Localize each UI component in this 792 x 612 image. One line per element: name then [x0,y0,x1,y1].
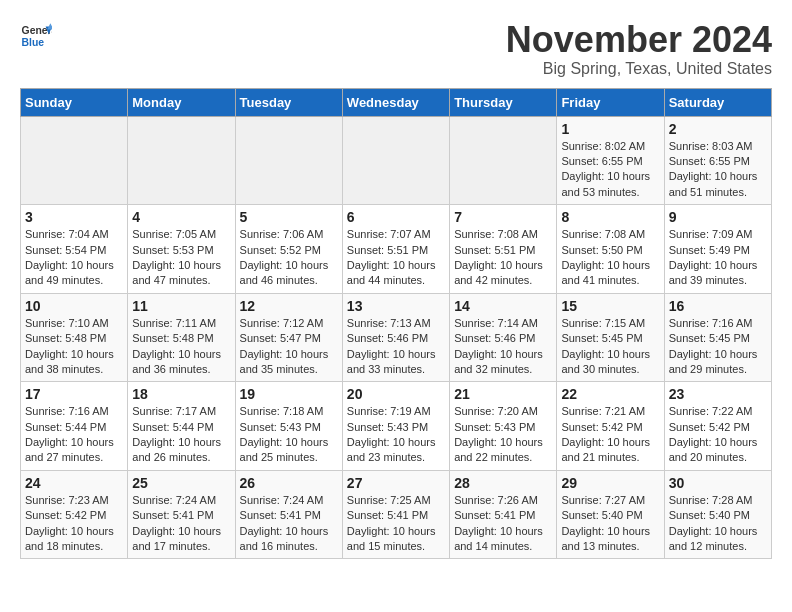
day-info: Sunrise: 7:20 AM Sunset: 5:43 PM Dayligh… [454,404,552,466]
calendar-cell: 6Sunrise: 7:07 AM Sunset: 5:51 PM Daylig… [342,205,449,294]
day-info: Sunrise: 7:15 AM Sunset: 5:45 PM Dayligh… [561,316,659,378]
day-info: Sunrise: 7:08 AM Sunset: 5:51 PM Dayligh… [454,227,552,289]
day-number: 24 [25,475,123,491]
day-info: Sunrise: 7:21 AM Sunset: 5:42 PM Dayligh… [561,404,659,466]
calendar-week-0: 1Sunrise: 8:02 AM Sunset: 6:55 PM Daylig… [21,116,772,205]
day-info: Sunrise: 7:04 AM Sunset: 5:54 PM Dayligh… [25,227,123,289]
location: Big Spring, Texas, United States [506,60,772,78]
header-row: SundayMondayTuesdayWednesdayThursdayFrid… [21,88,772,116]
calendar-cell [342,116,449,205]
day-info: Sunrise: 7:17 AM Sunset: 5:44 PM Dayligh… [132,404,230,466]
day-number: 14 [454,298,552,314]
calendar-cell: 30Sunrise: 7:28 AM Sunset: 5:40 PM Dayli… [664,470,771,559]
day-info: Sunrise: 7:24 AM Sunset: 5:41 PM Dayligh… [240,493,338,555]
day-number: 2 [669,121,767,137]
day-info: Sunrise: 7:13 AM Sunset: 5:46 PM Dayligh… [347,316,445,378]
day-info: Sunrise: 7:18 AM Sunset: 5:43 PM Dayligh… [240,404,338,466]
column-header-friday: Friday [557,88,664,116]
day-info: Sunrise: 7:16 AM Sunset: 5:45 PM Dayligh… [669,316,767,378]
day-number: 25 [132,475,230,491]
day-info: Sunrise: 8:02 AM Sunset: 6:55 PM Dayligh… [561,139,659,201]
day-number: 3 [25,209,123,225]
calendar-cell [128,116,235,205]
day-info: Sunrise: 7:07 AM Sunset: 5:51 PM Dayligh… [347,227,445,289]
day-info: Sunrise: 7:09 AM Sunset: 5:49 PM Dayligh… [669,227,767,289]
day-number: 20 [347,386,445,402]
calendar-week-2: 10Sunrise: 7:10 AM Sunset: 5:48 PM Dayli… [21,293,772,382]
calendar-cell [450,116,557,205]
calendar-cell: 19Sunrise: 7:18 AM Sunset: 5:43 PM Dayli… [235,382,342,471]
day-info: Sunrise: 7:24 AM Sunset: 5:41 PM Dayligh… [132,493,230,555]
day-number: 7 [454,209,552,225]
calendar-cell: 11Sunrise: 7:11 AM Sunset: 5:48 PM Dayli… [128,293,235,382]
day-info: Sunrise: 7:12 AM Sunset: 5:47 PM Dayligh… [240,316,338,378]
day-number: 15 [561,298,659,314]
day-number: 18 [132,386,230,402]
day-number: 23 [669,386,767,402]
calendar-cell: 9Sunrise: 7:09 AM Sunset: 5:49 PM Daylig… [664,205,771,294]
day-number: 28 [454,475,552,491]
calendar-cell: 16Sunrise: 7:16 AM Sunset: 5:45 PM Dayli… [664,293,771,382]
calendar-cell: 4Sunrise: 7:05 AM Sunset: 5:53 PM Daylig… [128,205,235,294]
day-info: Sunrise: 7:05 AM Sunset: 5:53 PM Dayligh… [132,227,230,289]
calendar-cell: 20Sunrise: 7:19 AM Sunset: 5:43 PM Dayli… [342,382,449,471]
calendar-week-3: 17Sunrise: 7:16 AM Sunset: 5:44 PM Dayli… [21,382,772,471]
day-info: Sunrise: 7:08 AM Sunset: 5:50 PM Dayligh… [561,227,659,289]
calendar-cell: 7Sunrise: 7:08 AM Sunset: 5:51 PM Daylig… [450,205,557,294]
column-header-monday: Monday [128,88,235,116]
day-info: Sunrise: 7:28 AM Sunset: 5:40 PM Dayligh… [669,493,767,555]
day-number: 17 [25,386,123,402]
day-number: 27 [347,475,445,491]
day-info: Sunrise: 7:16 AM Sunset: 5:44 PM Dayligh… [25,404,123,466]
day-number: 1 [561,121,659,137]
day-number: 26 [240,475,338,491]
logo: General Blue [20,20,52,52]
svg-text:Blue: Blue [22,37,45,48]
calendar-cell: 1Sunrise: 8:02 AM Sunset: 6:55 PM Daylig… [557,116,664,205]
day-info: Sunrise: 8:03 AM Sunset: 6:55 PM Dayligh… [669,139,767,201]
day-info: Sunrise: 7:10 AM Sunset: 5:48 PM Dayligh… [25,316,123,378]
column-header-thursday: Thursday [450,88,557,116]
column-header-sunday: Sunday [21,88,128,116]
calendar-cell: 21Sunrise: 7:20 AM Sunset: 5:43 PM Dayli… [450,382,557,471]
day-number: 11 [132,298,230,314]
calendar-week-1: 3Sunrise: 7:04 AM Sunset: 5:54 PM Daylig… [21,205,772,294]
day-number: 13 [347,298,445,314]
calendar-cell: 25Sunrise: 7:24 AM Sunset: 5:41 PM Dayli… [128,470,235,559]
day-number: 30 [669,475,767,491]
calendar-cell: 29Sunrise: 7:27 AM Sunset: 5:40 PM Dayli… [557,470,664,559]
day-number: 9 [669,209,767,225]
calendar-cell: 27Sunrise: 7:25 AM Sunset: 5:41 PM Dayli… [342,470,449,559]
logo-icon: General Blue [20,20,52,52]
calendar-week-4: 24Sunrise: 7:23 AM Sunset: 5:42 PM Dayli… [21,470,772,559]
day-info: Sunrise: 7:14 AM Sunset: 5:46 PM Dayligh… [454,316,552,378]
calendar-cell: 14Sunrise: 7:14 AM Sunset: 5:46 PM Dayli… [450,293,557,382]
day-info: Sunrise: 7:26 AM Sunset: 5:41 PM Dayligh… [454,493,552,555]
day-number: 5 [240,209,338,225]
calendar-cell: 8Sunrise: 7:08 AM Sunset: 5:50 PM Daylig… [557,205,664,294]
calendar-cell: 5Sunrise: 7:06 AM Sunset: 5:52 PM Daylig… [235,205,342,294]
calendar-cell: 18Sunrise: 7:17 AM Sunset: 5:44 PM Dayli… [128,382,235,471]
calendar-cell: 26Sunrise: 7:24 AM Sunset: 5:41 PM Dayli… [235,470,342,559]
day-info: Sunrise: 7:22 AM Sunset: 5:42 PM Dayligh… [669,404,767,466]
header-area: General Blue November 2024 Big Spring, T… [20,20,772,78]
day-info: Sunrise: 7:06 AM Sunset: 5:52 PM Dayligh… [240,227,338,289]
calendar-table: SundayMondayTuesdayWednesdayThursdayFrid… [20,88,772,560]
column-header-tuesday: Tuesday [235,88,342,116]
column-header-saturday: Saturday [664,88,771,116]
calendar-cell: 24Sunrise: 7:23 AM Sunset: 5:42 PM Dayli… [21,470,128,559]
month-title: November 2024 [506,20,772,60]
calendar-cell: 10Sunrise: 7:10 AM Sunset: 5:48 PM Dayli… [21,293,128,382]
day-number: 4 [132,209,230,225]
day-number: 10 [25,298,123,314]
calendar-cell: 22Sunrise: 7:21 AM Sunset: 5:42 PM Dayli… [557,382,664,471]
title-area: November 2024 Big Spring, Texas, United … [506,20,772,78]
day-number: 16 [669,298,767,314]
column-header-wednesday: Wednesday [342,88,449,116]
day-number: 12 [240,298,338,314]
calendar-cell: 23Sunrise: 7:22 AM Sunset: 5:42 PM Dayli… [664,382,771,471]
day-info: Sunrise: 7:25 AM Sunset: 5:41 PM Dayligh… [347,493,445,555]
calendar-cell: 15Sunrise: 7:15 AM Sunset: 5:45 PM Dayli… [557,293,664,382]
calendar-cell [235,116,342,205]
day-info: Sunrise: 7:11 AM Sunset: 5:48 PM Dayligh… [132,316,230,378]
